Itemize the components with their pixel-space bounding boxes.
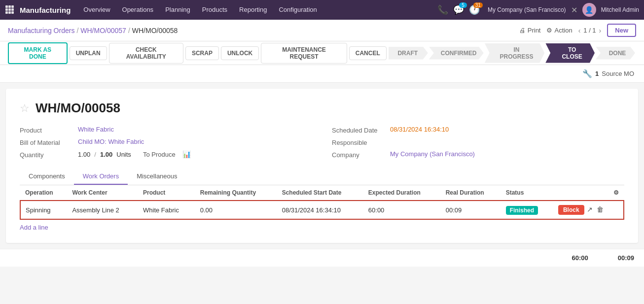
nav-products[interactable]: Products [197, 0, 232, 20]
scheduled-date-field: Scheduled Date 08/31/2024 16:34:10 [332, 126, 624, 134]
bom-value[interactable]: Child MO: White Fabric [78, 138, 144, 145]
status-confirmed[interactable]: CONFIRMED [429, 47, 484, 60]
chat-icon[interactable]: 💬 5 [453, 4, 464, 15]
tab-work-orders[interactable]: Work Orders [74, 169, 128, 185]
maintenance-request-button[interactable]: MAINTENANCE REQUEST [261, 43, 347, 64]
breadcrumb-item-1[interactable]: Manufacturing Orders [8, 27, 74, 34]
add-line-link[interactable]: Add a line [20, 224, 48, 231]
bom-field: Bill of Material Child MO: White Fabric [20, 138, 312, 146]
chat-badge: 5 [459, 2, 467, 8]
svg-rect-6 [5, 11, 8, 14]
col-settings[interactable]: ⚙ [553, 185, 624, 201]
source-mo-label: Source MO [602, 70, 634, 77]
nav-planning[interactable]: Planning [160, 0, 195, 20]
unplan-button[interactable]: UNPLAN [70, 46, 107, 60]
avatar[interactable]: 👤 [582, 3, 596, 17]
company-name: My Company (San Francisco) [488, 6, 566, 13]
pager-next[interactable]: › [599, 27, 602, 34]
bom-label: Bill of Material [20, 138, 74, 146]
responsible-label: Responsible [332, 138, 386, 146]
source-mo-count: 1 [595, 70, 599, 77]
activity-badge: 31 [473, 2, 483, 8]
breadcrumb-item-2[interactable]: WH/MO/00057 [80, 27, 126, 34]
app-grid-icon[interactable] [5, 5, 14, 15]
work-orders-table: Operation Work Center Product Remaining … [20, 185, 624, 220]
col-product: Product [138, 185, 195, 201]
status-done[interactable]: DONE [596, 47, 635, 60]
scheduled-date-value[interactable]: 08/31/2024 16:34:10 [390, 126, 449, 133]
form-fields: Product White Fabric Bill of Material Ch… [20, 126, 624, 159]
breadcrumb-bar: Manufacturing Orders / WH/MO/00057 / WH/… [0, 20, 644, 41]
favorite-icon[interactable]: ☆ [20, 102, 30, 115]
scrap-button[interactable]: SCRAP [185, 46, 219, 60]
quantity-target: 1.00 [100, 151, 112, 158]
total-real-value: 00:09 [618, 254, 634, 262]
breadcrumb-sep-2: / [128, 27, 130, 34]
pager: ‹ 1 / 1 › [578, 27, 602, 34]
block-button[interactable]: Block [558, 205, 584, 215]
svg-rect-4 [8, 8, 11, 11]
nav-overview[interactable]: Overview [78, 0, 115, 20]
pager-count: 1 / 1 [583, 27, 596, 34]
activity-icon[interactable]: 🕐 31 [469, 4, 480, 15]
cell-product: White Fabric [138, 201, 195, 219]
user-name: Mitchell Admin [601, 6, 639, 13]
cell-actions: Block ↗ 🗑 [553, 201, 624, 219]
cancel-button[interactable]: CANCEL [349, 46, 387, 60]
total-expected-value: 60:00 [572, 254, 588, 262]
check-availability-button[interactable]: CHECK AVAILABILITY [109, 43, 183, 64]
tab-miscellaneous[interactable]: Miscellaneous [128, 169, 186, 185]
top-navigation: Manufacturing Overview Operations Planni… [0, 0, 644, 20]
nav-reporting[interactable]: Reporting [234, 0, 272, 20]
col-status: Status [501, 185, 553, 201]
quantity-divider: / [94, 151, 96, 158]
nav-configuration[interactable]: Configuration [274, 0, 322, 20]
source-mo-link[interactable]: 🔧 1 Source MO [582, 69, 634, 78]
print-button[interactable]: 🖨 Print [519, 27, 541, 34]
breadcrumb: Manufacturing Orders / WH/MO/00057 / WH/… [8, 27, 178, 34]
close-session-icon[interactable]: ✕ [571, 5, 577, 15]
total-expected-duration: 60:00 [572, 254, 588, 262]
totals-bar: 60:00 00:09 [0, 249, 644, 267]
quantity-field: Quantity 1.00 / 1.00 Units To Produce 📊 [20, 150, 312, 159]
cell-remaining-qty: 0.00 [195, 201, 277, 219]
col-work-center: Work Center [67, 185, 138, 201]
col-scheduled-start: Scheduled Start Date [277, 185, 363, 201]
tab-components[interactable]: Components [20, 169, 74, 185]
unlock-button[interactable]: UNLOCK [221, 46, 259, 60]
product-value[interactable]: White Fabric [78, 126, 114, 133]
new-button[interactable]: New [607, 24, 636, 37]
action-button[interactable]: ⚙ Action [546, 27, 572, 34]
pager-prev[interactable]: ‹ [578, 27, 581, 34]
main-content: 🔧 1 Source MO ☆ WH/MO/00058 Product Whit… [0, 65, 644, 267]
status-to-close[interactable]: TO CLOSE [545, 43, 595, 63]
phone-icon[interactable]: 📞 [437, 4, 448, 15]
breadcrumb-current: WH/MO/00058 [132, 27, 178, 34]
company-field: Company My Company (San Francisco) [332, 150, 624, 159]
svg-rect-5 [11, 8, 14, 11]
scheduled-date-label: Scheduled Date [332, 126, 386, 134]
company-value[interactable]: My Company (San Francisco) [390, 150, 475, 158]
svg-rect-3 [5, 8, 8, 11]
responsible-field: Responsible [332, 138, 624, 146]
cell-status: Finished [501, 201, 553, 219]
chart-icon[interactable]: 📊 [182, 150, 191, 158]
action-bar: MARK AS DONE UNPLAN CHECK AVAILABILITY S… [0, 41, 644, 65]
app-name: Manufacturing [20, 6, 71, 14]
wrench-icon: 🔧 [582, 69, 592, 78]
product-field: Product White Fabric [20, 126, 312, 134]
external-link-icon[interactable]: ↗ [587, 205, 593, 213]
status-in-progress[interactable]: IN PROGRESS [485, 43, 544, 63]
cell-expected-duration: 60:00 [363, 201, 441, 219]
mark-as-done-button[interactable]: MARK AS DONE [8, 42, 68, 64]
form-area: ☆ WH/MO/00058 Product White Fabric Bill … [6, 89, 638, 243]
cell-real-duration: 00:09 [441, 201, 501, 219]
svg-rect-1 [8, 5, 11, 8]
status-draft[interactable]: DRAFT [389, 47, 428, 60]
nav-operations[interactable]: Operations [117, 0, 159, 20]
status-pipeline: DRAFT CONFIRMED IN PROGRESS TO CLOSE DON… [389, 43, 636, 63]
quantity-value[interactable]: 1.00 [78, 151, 90, 158]
company-label: Company [332, 150, 386, 159]
delete-icon[interactable]: 🗑 [597, 205, 604, 213]
col-expected-duration: Expected Duration [363, 185, 441, 201]
